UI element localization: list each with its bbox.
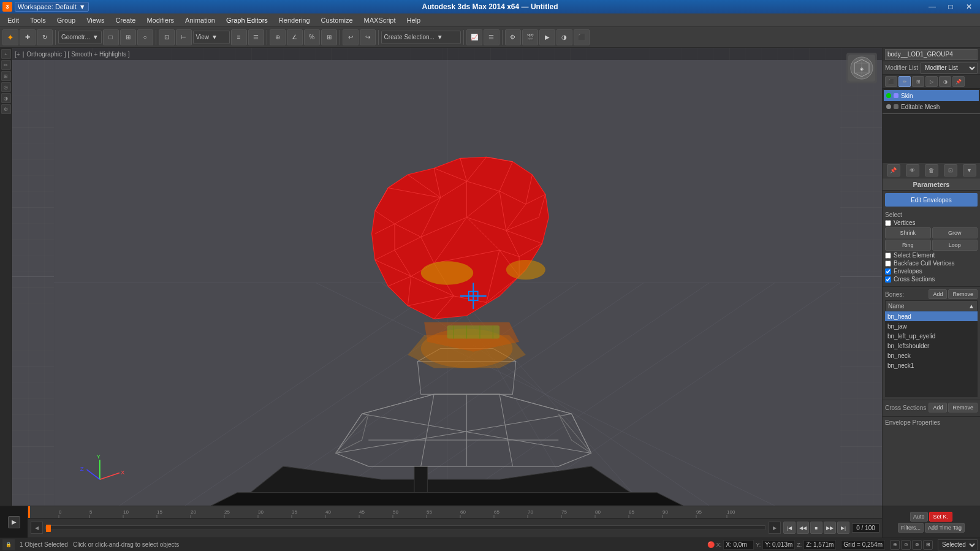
left-sidebar-hierarchy[interactable]: ⊞ [1,71,11,81]
menu-edit[interactable]: Edit [2,15,24,25]
rp-icon-pin[interactable]: 📌 [952,76,965,87]
timeline-left-arrow[interactable]: ◀ [31,522,43,534]
left-sidebar-modify[interactable]: ✏ [1,60,11,70]
tb-select-region[interactable]: □ [103,29,119,45]
menu-rendering[interactable]: Rendering [274,15,315,25]
tb-view-selector[interactable]: View ▼ [193,31,230,44]
tb-rotate-tool[interactable]: ↻ [37,29,53,45]
stack-show-btn[interactable]: 👁 [906,164,919,177]
tb-render-setup[interactable]: ⚙ [505,29,521,45]
loop-button[interactable]: Loop [932,240,978,251]
filters-btn[interactable]: Filters... [898,523,924,533]
left-sidebar-display[interactable]: ◑ [1,93,11,103]
vp-shading-label[interactable]: ] [ Smooth + Highlights ] [64,51,129,58]
tb-paint-select[interactable]: ○ [137,29,153,45]
stop-btn[interactable]: ■ [810,522,822,534]
tb-quick-render[interactable]: ⬛ [574,29,590,45]
prev-frame-btn[interactable]: |◀ [783,522,796,534]
tb-move-tool[interactable]: ✚ [20,29,36,45]
timeline-right-arrow[interactable]: ▶ [769,522,781,534]
vp-bracket-label[interactable]: | [23,51,25,58]
tb-align[interactable]: ≡ [231,29,247,45]
vp-plus-label[interactable]: [+ [15,51,20,58]
stack-make-unique-btn[interactable]: ⊡ [944,164,957,177]
menu-customize[interactable]: Customize [316,15,358,25]
snap-icon-4[interactable]: ⊞ [923,540,933,550]
tb-spinner-snap[interactable]: ⊞ [321,29,337,45]
backface-checkbox[interactable] [885,260,891,267]
y-field[interactable]: Y: 0,013m [762,540,795,550]
tb-render-frame[interactable]: ▶ [539,29,555,45]
shrink-button[interactable]: Shrink [885,227,931,238]
rp-icon-display[interactable]: ◑ [939,76,951,87]
next-frame-btn[interactable]: ▶| [837,522,849,534]
bone-item-left-eyelid[interactable]: bn_left_up_eyelid [885,331,978,341]
add-time-tag-btn[interactable]: Add Time Tag [925,523,965,533]
snap-icon-3[interactable]: ⊗ [912,540,922,550]
set-key-btn[interactable]: Set K. [929,512,953,522]
cross-sections-checkbox[interactable] [885,276,891,283]
bones-remove-button[interactable]: Remove [948,289,978,299]
snap-icon-1[interactable]: ⊕ [890,540,900,550]
tb-mirror[interactable]: ⊢ [176,29,192,45]
envelopes-checkbox[interactable] [885,268,891,275]
timeline-scrub-handle[interactable] [46,525,51,532]
modifier-editable-mesh[interactable]: Editable Mesh [884,101,979,112]
maximize-button[interactable]: □ [942,1,959,12]
snap-icon-2[interactable]: ⊙ [901,540,911,550]
tb-percent-snap[interactable]: % [304,29,320,45]
selection-mode-dropdown[interactable]: Selected [938,539,978,550]
tb-snap-toggle[interactable]: ⊕ [270,29,286,45]
menu-group[interactable]: Group [52,15,81,25]
modifier-skin[interactable]: Skin [884,90,979,101]
menu-views[interactable]: Views [82,15,109,25]
frame-number-bar[interactable]: 0 5 10 15 20 25 30 35 40 45 50 55 60 65 [28,506,882,519]
tb-create-selection[interactable]: Create Selection... ▼ [381,31,461,44]
tb-layer-manager[interactable]: ☰ [248,29,264,45]
ring-button[interactable]: Ring [885,240,931,251]
timeline-scrubber[interactable] [45,525,766,530]
left-sidebar-utilities[interactable]: ⚙ [1,104,11,114]
minimize-button[interactable]: — [924,1,941,12]
menu-help[interactable]: Help [402,15,426,25]
tb-redo[interactable]: ↪ [360,29,376,45]
rp-icon-motion[interactable]: ▷ [925,76,938,87]
bone-item-neck[interactable]: bn_neck [885,351,978,360]
menu-modifiers[interactable]: Modifiers [142,15,179,25]
stack-delete-btn[interactable]: 🗑 [925,164,938,177]
menu-graph-editors[interactable]: Graph Editors [221,15,273,25]
rp-icon-create[interactable]: ⬛ [885,76,897,87]
menu-maxscript[interactable]: MAXScript [359,15,401,25]
vp-orthographic-label[interactable]: Orthographic [26,51,62,58]
play-fwd-btn[interactable]: ▶▶ [824,522,836,534]
bone-item-leftshoulder[interactable]: bn_leftshoulder [885,341,978,351]
tb-angle-snap[interactable]: ∠ [287,29,303,45]
object-name-input[interactable] [885,49,978,60]
tb-selection-mode[interactable]: Geometr... ▼ [58,31,102,44]
menu-tools[interactable]: Tools [25,15,51,25]
bones-add-button[interactable]: Add [929,289,947,299]
tb-curve-editor[interactable]: 📈 [466,29,482,45]
tb-window-crossing[interactable]: ⊞ [120,29,136,45]
tb-reference-coord[interactable]: ⊡ [159,29,175,45]
rp-icon-hierarchy[interactable]: ⊞ [912,76,924,87]
z-field[interactable]: Z: 1,571m [803,540,836,550]
select-element-checkbox[interactable] [885,253,891,259]
tb-active-shade[interactable]: ◑ [556,29,572,45]
bone-item-neck1[interactable]: bn_neck1 [885,360,978,370]
play-button[interactable]: ▶ [8,516,20,528]
left-sidebar-motion[interactable]: ◎ [1,82,11,92]
left-sidebar-create[interactable]: + [1,49,11,59]
tb-render[interactable]: 🎬 [522,29,538,45]
modifier-select[interactable]: Modifier List [921,63,978,74]
bone-item-jaw[interactable]: bn_jaw [885,321,978,331]
grow-button[interactable]: Grow [932,227,978,238]
cs-remove-button[interactable]: Remove [948,403,978,412]
navigation-gizmo[interactable]: ◈ [846,53,877,83]
timeline-playhead[interactable] [28,506,30,518]
bones-list[interactable]: bn_head bn_jaw bn_left_up_eyelid bn_left… [885,311,978,373]
tb-select-tool[interactable]: ✦ [2,29,18,45]
play-rev-btn[interactable]: ◀◀ [797,522,809,534]
workspace-selector[interactable]: Workspace: Default ▼ [15,2,89,12]
tb-dope-sheet[interactable]: ☰ [484,29,499,45]
